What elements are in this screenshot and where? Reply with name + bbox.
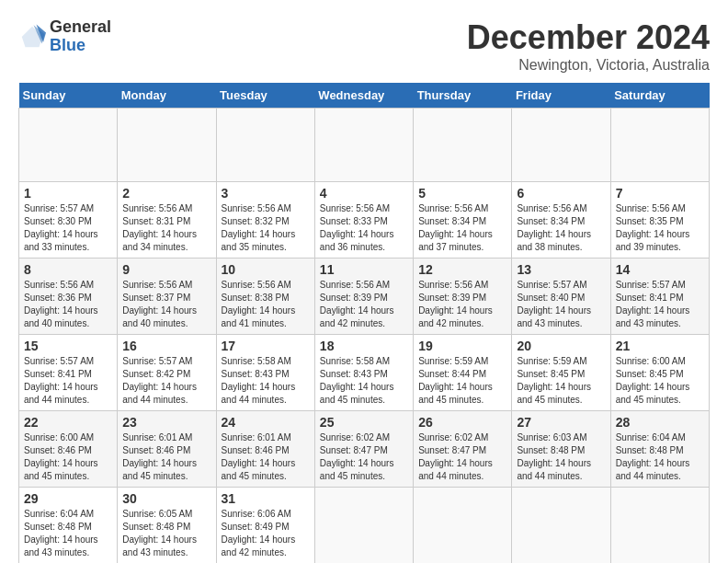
calendar-cell [512,109,610,182]
day-info: Sunrise: 5:57 AM Sunset: 8:42 PM Dayligh… [122,355,210,407]
day-number: 3 [222,186,310,201]
location: Newington, Victoria, Australia [467,57,710,74]
day-info: Sunrise: 5:56 AM Sunset: 8:37 PM Dayligh… [122,279,210,330]
day-number: 1 [24,186,112,201]
calendar-cell: 19Sunrise: 5:59 AM Sunset: 8:44 PM Dayli… [414,335,512,411]
calendar-cell: 14Sunrise: 5:57 AM Sunset: 8:41 PM Dayli… [610,259,709,335]
calendar-cell: 26Sunrise: 6:02 AM Sunset: 8:47 PM Dayli… [414,411,512,488]
calendar-cell [610,109,709,182]
day-info: Sunrise: 5:56 AM Sunset: 8:33 PM Dayligh… [320,202,408,254]
day-info: Sunrise: 5:56 AM Sunset: 8:32 PM Dayligh… [222,202,310,254]
calendar-cell: 7Sunrise: 5:56 AM Sunset: 8:35 PM Daylig… [610,182,709,259]
day-number: 4 [320,186,408,201]
day-number: 13 [517,262,605,277]
day-number: 14 [616,262,704,277]
day-number: 11 [320,262,408,277]
header-monday: Monday [118,83,216,109]
day-info: Sunrise: 6:01 AM Sunset: 8:46 PM Dayligh… [122,431,210,483]
logo-line2: Blue [50,37,111,55]
day-number: 21 [616,339,704,353]
day-info: Sunrise: 5:58 AM Sunset: 8:43 PM Dayligh… [320,355,408,407]
day-number: 29 [24,491,112,506]
day-info: Sunrise: 5:59 AM Sunset: 8:44 PM Dayligh… [418,355,506,407]
header-wednesday: Wednesday [314,83,413,109]
calendar-cell [314,488,413,564]
day-number: 19 [418,339,506,353]
calendar-week-row: 15Sunrise: 5:57 AM Sunset: 8:41 PM Dayli… [19,335,710,411]
day-info: Sunrise: 6:01 AM Sunset: 8:46 PM Dayligh… [222,431,310,483]
calendar-cell: 27Sunrise: 6:03 AM Sunset: 8:48 PM Dayli… [512,411,610,488]
header-sunday: Sunday [19,83,118,109]
calendar-header-row: SundayMondayTuesdayWednesdayThursdayFrid… [19,83,710,109]
day-info: Sunrise: 5:57 AM Sunset: 8:41 PM Dayligh… [616,279,704,330]
calendar-cell: 16Sunrise: 5:57 AM Sunset: 8:42 PM Dayli… [118,335,216,411]
day-info: Sunrise: 5:58 AM Sunset: 8:43 PM Dayligh… [222,355,310,407]
calendar-cell: 21Sunrise: 6:00 AM Sunset: 8:45 PM Dayli… [610,335,709,411]
calendar-cell: 1Sunrise: 5:57 AM Sunset: 8:30 PM Daylig… [19,182,118,259]
calendar-cell: 3Sunrise: 5:56 AM Sunset: 8:32 PM Daylig… [216,182,314,259]
day-info: Sunrise: 5:59 AM Sunset: 8:45 PM Dayligh… [517,355,605,407]
header-friday: Friday [512,83,610,109]
logo-line1: General [50,18,111,37]
day-number: 7 [616,186,704,201]
calendar-cell: 10Sunrise: 5:56 AM Sunset: 8:38 PM Dayli… [216,259,314,335]
calendar-cell: 13Sunrise: 5:57 AM Sunset: 8:40 PM Dayli… [512,259,610,335]
day-number: 15 [24,339,112,353]
day-info: Sunrise: 5:56 AM Sunset: 8:34 PM Dayligh… [517,202,605,254]
calendar-cell [414,488,512,564]
day-info: Sunrise: 5:57 AM Sunset: 8:41 PM Dayligh… [24,355,112,407]
calendar-week-row: 22Sunrise: 6:00 AM Sunset: 8:46 PM Dayli… [19,411,710,488]
logo: General Blue [18,18,111,55]
day-info: Sunrise: 6:06 AM Sunset: 8:49 PM Dayligh… [222,508,310,559]
day-number: 6 [517,186,605,201]
logo-icon [18,23,46,51]
day-number: 12 [418,262,506,277]
calendar-week-row: 1Sunrise: 5:57 AM Sunset: 8:30 PM Daylig… [19,182,710,259]
day-number: 22 [24,415,112,430]
calendar: SundayMondayTuesdayWednesdayThursdayFrid… [18,83,710,563]
calendar-cell: 9Sunrise: 5:56 AM Sunset: 8:37 PM Daylig… [118,259,216,335]
calendar-cell [118,109,216,182]
header-thursday: Thursday [414,83,512,109]
calendar-week-row: 29Sunrise: 6:04 AM Sunset: 8:48 PM Dayli… [19,488,710,564]
calendar-cell: 29Sunrise: 6:04 AM Sunset: 8:48 PM Dayli… [19,488,118,564]
day-info: Sunrise: 5:57 AM Sunset: 8:40 PM Dayligh… [517,279,605,330]
day-number: 17 [222,339,310,353]
calendar-cell: 12Sunrise: 5:56 AM Sunset: 8:39 PM Dayli… [414,259,512,335]
calendar-cell [216,109,314,182]
day-info: Sunrise: 6:05 AM Sunset: 8:48 PM Dayligh… [122,508,210,559]
day-info: Sunrise: 5:56 AM Sunset: 8:38 PM Dayligh… [222,279,310,330]
day-number: 5 [418,186,506,201]
title-block: December 2024 Newington, Victoria, Austr… [467,18,710,74]
calendar-cell [512,488,610,564]
day-info: Sunrise: 6:02 AM Sunset: 8:47 PM Dayligh… [418,431,506,483]
day-number: 20 [517,339,605,353]
day-number: 16 [122,339,210,353]
page-header: General Blue December 2024 Newington, Vi… [18,18,710,74]
calendar-cell: 31Sunrise: 6:06 AM Sunset: 8:49 PM Dayli… [216,488,314,564]
calendar-cell: 4Sunrise: 5:56 AM Sunset: 8:33 PM Daylig… [314,182,413,259]
calendar-week-row: 8Sunrise: 5:56 AM Sunset: 8:36 PM Daylig… [19,259,710,335]
day-info: Sunrise: 5:56 AM Sunset: 8:39 PM Dayligh… [418,279,506,330]
day-number: 30 [122,491,210,506]
day-number: 24 [222,415,310,430]
day-number: 31 [222,491,310,506]
day-number: 18 [320,339,408,353]
day-number: 9 [122,262,210,277]
header-saturday: Saturday [610,83,709,109]
calendar-cell: 15Sunrise: 5:57 AM Sunset: 8:41 PM Dayli… [19,335,118,411]
calendar-cell: 2Sunrise: 5:56 AM Sunset: 8:31 PM Daylig… [118,182,216,259]
calendar-cell: 30Sunrise: 6:05 AM Sunset: 8:48 PM Dayli… [118,488,216,564]
calendar-week-row [19,109,710,182]
day-info: Sunrise: 6:04 AM Sunset: 8:48 PM Dayligh… [24,508,112,559]
calendar-cell: 24Sunrise: 6:01 AM Sunset: 8:46 PM Dayli… [216,411,314,488]
calendar-cell: 25Sunrise: 6:02 AM Sunset: 8:47 PM Dayli… [314,411,413,488]
calendar-cell: 20Sunrise: 5:59 AM Sunset: 8:45 PM Dayli… [512,335,610,411]
calendar-cell [19,109,118,182]
calendar-cell [314,109,413,182]
calendar-cell: 11Sunrise: 5:56 AM Sunset: 8:39 PM Dayli… [314,259,413,335]
day-info: Sunrise: 6:00 AM Sunset: 8:46 PM Dayligh… [24,431,112,483]
day-info: Sunrise: 5:56 AM Sunset: 8:34 PM Dayligh… [418,202,506,254]
day-info: Sunrise: 6:02 AM Sunset: 8:47 PM Dayligh… [320,431,408,483]
day-number: 27 [517,415,605,430]
